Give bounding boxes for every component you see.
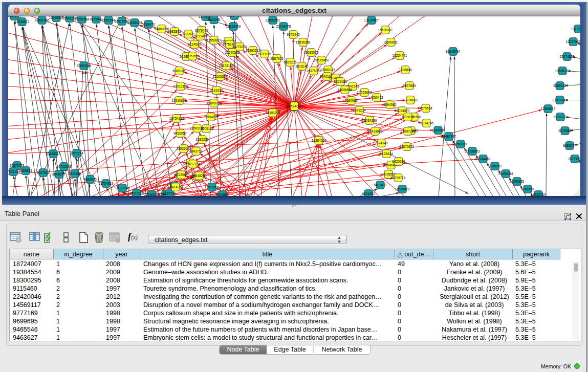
- svg-text:22570529: 22570529: [225, 50, 240, 54]
- svg-text:14460856: 14460856: [155, 27, 169, 30]
- svg-text:17796882: 17796882: [403, 98, 418, 101]
- svg-text:21433649: 21433649: [368, 129, 383, 133]
- svg-text:6742460: 6742460: [521, 187, 534, 190]
- svg-text:11558837: 11558837: [207, 38, 222, 41]
- svg-text:4245263: 4245263: [8, 16, 21, 18]
- svg-text:6994562: 6994562: [383, 102, 397, 106]
- svg-text:15375853: 15375853: [307, 69, 321, 72]
- svg-text:13732411: 13732411: [571, 27, 580, 30]
- svg-text:22744459: 22744459: [476, 157, 491, 160]
- svg-text:3131636: 3131636: [210, 88, 223, 92]
- svg-text:23971842: 23971842: [553, 98, 568, 101]
- svg-text:3395870: 3395870: [488, 164, 502, 167]
- svg-text:23833160: 23833160: [219, 63, 234, 67]
- svg-text:7674349: 7674349: [375, 141, 388, 144]
- svg-text:4050413: 4050413: [370, 95, 383, 99]
- svg-text:9816145: 9816145: [295, 64, 309, 68]
- svg-text:21012166: 21012166: [173, 84, 188, 87]
- svg-text:1385239: 1385239: [195, 137, 209, 141]
- svg-text:3644095: 3644095: [207, 17, 221, 21]
- svg-text:22093651: 22093651: [266, 18, 280, 21]
- svg-text:19384554: 19384554: [312, 138, 326, 142]
- svg-text:17559643: 17559643: [357, 90, 372, 94]
- svg-text:23487347: 23487347: [442, 134, 456, 138]
- svg-text:9275445: 9275445: [287, 32, 300, 36]
- svg-text:4743069: 4743069: [175, 172, 188, 176]
- svg-text:13754919: 13754919: [99, 181, 114, 185]
- svg-text:20372723: 20372723: [10, 163, 25, 167]
- svg-text:21097245: 21097245: [401, 129, 416, 133]
- svg-text:9837869: 9837869: [403, 83, 416, 87]
- svg-text:23936053: 23936053: [465, 149, 480, 152]
- svg-text:6420686: 6420686: [392, 159, 405, 163]
- svg-text:8646997: 8646997: [52, 172, 66, 176]
- svg-text:16224441: 16224441: [393, 53, 407, 57]
- svg-text:16648784: 16648784: [446, 49, 461, 53]
- svg-text:22330030: 22330030: [144, 192, 159, 196]
- svg-text:19688132: 19688132: [555, 69, 570, 72]
- svg-text:9436057: 9436057: [173, 131, 187, 135]
- svg-text:2537611: 2537611: [37, 170, 50, 174]
- svg-text:4843718: 4843718: [189, 149, 203, 152]
- svg-text:4570554: 4570554: [419, 106, 432, 110]
- svg-text:1019189: 1019189: [401, 115, 415, 118]
- svg-text:16396513: 16396513: [246, 48, 260, 52]
- svg-text:22306335: 22306335: [510, 179, 525, 183]
- svg-text:18300295: 18300295: [266, 111, 280, 114]
- svg-text:18034339: 18034339: [362, 118, 377, 122]
- svg-text:2876966: 2876966: [558, 128, 572, 132]
- svg-text:12920906: 12920906: [205, 185, 220, 188]
- svg-text:1108894: 1108894: [399, 68, 412, 71]
- svg-text:15588301: 15588301: [378, 28, 393, 31]
- svg-text:3677374: 3677374: [70, 151, 83, 155]
- svg-text:7452134: 7452134: [8, 169, 20, 173]
- svg-text:11876872: 11876872: [400, 144, 415, 148]
- svg-text:19563180: 19563180: [190, 126, 205, 129]
- svg-text:19085076: 19085076: [304, 50, 319, 54]
- svg-text:19523409: 19523409: [226, 24, 241, 28]
- svg-text:4679214: 4679214: [353, 108, 366, 112]
- svg-text:2580963: 2580963: [344, 98, 358, 102]
- svg-text:13805018: 13805018: [207, 101, 222, 104]
- svg-text:23188315: 23188315: [46, 151, 61, 155]
- svg-text:18724007: 18724007: [286, 104, 302, 108]
- svg-text:5793975: 5793975: [258, 52, 271, 55]
- svg-text:6482877: 6482877: [374, 183, 387, 186]
- svg-text:6368105: 6368105: [172, 69, 186, 72]
- svg-text:18754131: 18754131: [169, 116, 184, 120]
- svg-text:20031404: 20031404: [193, 34, 208, 37]
- svg-text:20615450: 20615450: [314, 58, 329, 61]
- svg-text:10327246: 10327246: [115, 186, 130, 189]
- svg-text:6457765: 6457765: [163, 191, 176, 195]
- svg-text:9958289: 9958289: [454, 142, 467, 145]
- svg-text:4389045: 4389045: [83, 177, 97, 181]
- svg-text:19836388: 19836388: [296, 40, 311, 43]
- svg-text:10710248: 10710248: [57, 164, 72, 168]
- svg-text:20580115: 20580115: [321, 68, 336, 71]
- svg-text:11014145: 11014145: [419, 121, 434, 124]
- svg-text:8811165: 8811165: [69, 171, 81, 175]
- svg-text:10848230: 10848230: [192, 173, 207, 177]
- svg-text:19017734: 19017734: [186, 162, 201, 165]
- svg-text:5188470: 5188470: [142, 22, 155, 26]
- svg-text:8134562: 8134562: [188, 42, 201, 46]
- svg-text:18096865: 18096865: [338, 87, 353, 91]
- svg-text:22053595: 22053595: [185, 54, 200, 57]
- svg-text:18992829: 18992829: [127, 20, 142, 24]
- svg-text:13045349: 13045349: [49, 16, 64, 19]
- svg-text:13910648: 13910648: [172, 98, 187, 102]
- svg-text:18034970: 18034970: [395, 108, 410, 112]
- svg-text:20691406: 20691406: [35, 18, 50, 21]
- svg-text:10057945: 10057945: [566, 39, 580, 43]
- svg-text:10837430: 10837430: [227, 16, 242, 17]
- svg-text:12414394: 12414394: [168, 185, 183, 188]
- svg-text:11881122: 11881122: [553, 115, 568, 118]
- svg-text:21439044: 21439044: [498, 171, 513, 175]
- svg-text:16213925: 16213925: [129, 191, 144, 194]
- svg-text:14275203: 14275203: [232, 45, 247, 48]
- svg-text:15165337: 15165337: [213, 74, 228, 78]
- svg-text:2077105: 2077105: [568, 157, 580, 160]
- svg-text:8369062: 8369062: [553, 83, 567, 87]
- svg-text:8029889: 8029889: [215, 192, 229, 196]
- svg-text:11584847: 11584847: [541, 106, 556, 110]
